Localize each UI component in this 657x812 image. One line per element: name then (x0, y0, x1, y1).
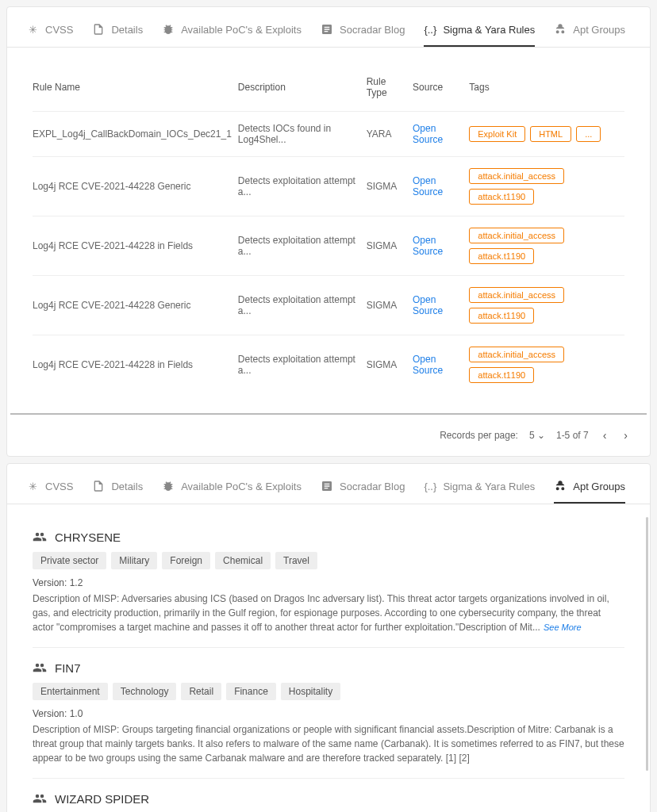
column-header[interactable]: Tags (469, 63, 624, 112)
tab-sigma[interactable]: {..}Sigma & Yara Rules (424, 473, 535, 504)
rule-tags: attack.initial_accessattack.t1190 (469, 335, 624, 395)
apt-name: WIZARD SPIDER (55, 792, 149, 806)
tag[interactable]: attack.initial_access (469, 228, 564, 243)
apt-description: Description of MISP: Groups targeting fi… (33, 722, 624, 765)
apt-version: Version: 1.0 (33, 708, 624, 719)
column-header[interactable]: Rule Type (367, 63, 413, 112)
table-row[interactable]: Log4j RCE CVE-2021-44228 in Fields Detec… (33, 335, 624, 395)
apt-description: Description of MISP: Adversaries abusing… (33, 592, 624, 634)
tab-poc[interactable]: Available PoC's & Exploits (162, 473, 302, 504)
rules-content: Rule NameDescriptionRule TypeSourceTags … (7, 48, 650, 413)
braces-icon: {..} (424, 23, 436, 36)
chevron-down-icon: ⌄ (537, 430, 545, 441)
column-header[interactable]: Rule Name (33, 63, 238, 112)
rpp-select[interactable]: 5 ⌄ (529, 430, 545, 441)
tab-blog[interactable]: Socradar Blog (321, 473, 405, 504)
apt-group: WIZARD SPIDER InsuranceFinancialHealthca… (33, 779, 624, 812)
tab-details[interactable]: Details (92, 17, 143, 47)
incognito-icon (554, 23, 567, 36)
tag[interactable]: Exploit Kit (469, 126, 525, 142)
apt-panel: ✳CVSS Details Available PoC's & Exploits… (6, 463, 651, 812)
table-row[interactable]: EXPL_Log4j_CallBackDomain_IOCs_Dec21_1 D… (33, 112, 624, 157)
next-page-button[interactable]: › (620, 426, 631, 445)
tag[interactable]: Retail (181, 683, 221, 700)
group-icon (33, 530, 47, 544)
tag[interactable]: ... (576, 126, 601, 142)
tag[interactable]: Hospitality (281, 683, 340, 700)
tag[interactable]: Technology (113, 683, 177, 700)
rule-name: Log4j RCE CVE-2021-44228 in Fields (33, 335, 238, 395)
tab-cvss[interactable]: ✳CVSS (26, 473, 73, 504)
tab-sigma[interactable]: {..}Sigma & Yara Rules (424, 17, 535, 47)
rule-name: EXPL_Log4j_CallBackDomain_IOCs_Dec21_1 (33, 112, 238, 157)
apt-tags: Private sectorMilitaryForeignChemicalTra… (33, 552, 624, 569)
tag[interactable]: attack.t1190 (469, 367, 534, 383)
tag[interactable]: attack.t1190 (469, 308, 534, 324)
apt-content: CHRYSENE Private sectorMilitaryForeignCh… (7, 504, 650, 812)
rule-tags: Exploit KitHTML... (469, 112, 624, 157)
tab-blog[interactable]: Socradar Blog (321, 17, 405, 47)
rules-table: Rule NameDescriptionRule TypeSourceTags … (33, 63, 624, 394)
rule-source[interactable]: Open Source (413, 335, 469, 395)
rule-source[interactable]: Open Source (413, 112, 469, 157)
article-icon (321, 480, 333, 492)
tag[interactable]: attack.initial_access (469, 168, 564, 184)
rule-tags: attack.initial_accessattack.t1190 (469, 157, 624, 216)
rule-type: SIGMA (367, 276, 413, 335)
incognito-icon (554, 480, 567, 492)
tag[interactable]: Travel (275, 552, 317, 569)
column-header[interactable]: Source (413, 63, 469, 112)
apt-name: FIN7 (55, 661, 81, 675)
apt-group: FIN7 EntertainmentTechnologyRetailFinanc… (33, 648, 624, 779)
tag[interactable]: Military (111, 552, 157, 569)
rule-name: Log4j RCE CVE-2021-44228 in Fields (33, 216, 238, 276)
rule-desc: Detects exploitation attempt a... (238, 216, 367, 276)
apt-name: CHRYSENE (55, 530, 121, 544)
tag[interactable]: Finance (226, 683, 276, 700)
tag[interactable]: HTML (530, 126, 571, 142)
tab-poc[interactable]: Available PoC's & Exploits (162, 17, 302, 47)
pagination: Records per page: 5 ⌄ 1-5 of 7 ‹ › (10, 413, 647, 456)
article-icon (321, 23, 333, 36)
asterisk-icon: ✳ (26, 23, 39, 36)
tab-apt[interactable]: Apt Groups (554, 473, 625, 504)
scrollbar[interactable] (646, 517, 648, 771)
rule-desc: Detects exploitation attempt a... (238, 276, 367, 335)
tag[interactable]: attack.t1190 (469, 189, 534, 205)
tag[interactable]: attack.t1190 (469, 248, 534, 264)
page-range: 1-5 of 7 (556, 430, 589, 441)
tag[interactable]: attack.initial_access (469, 287, 564, 303)
tag[interactable]: Entertainment (33, 683, 108, 700)
table-row[interactable]: Log4j RCE CVE-2021-44228 in Fields Detec… (33, 216, 624, 276)
rules-panel: ✳CVSS Details Available PoC's & Exploits… (6, 6, 651, 457)
apt-tags: EntertainmentTechnologyRetailFinanceHosp… (33, 683, 624, 700)
asterisk-icon: ✳ (26, 480, 39, 492)
rule-tags: attack.initial_accessattack.t1190 (469, 276, 624, 335)
tab-apt[interactable]: Apt Groups (554, 17, 625, 47)
rpp-label: Records per page: (440, 430, 518, 441)
apt-version: Version: 1.2 (33, 577, 624, 588)
rule-desc: Detects IOCs found in Log4Shel... (238, 112, 367, 157)
rule-type: SIGMA (367, 157, 413, 216)
tag[interactable]: Foreign (162, 552, 210, 569)
tag[interactable]: attack.initial_access (469, 347, 564, 362)
rule-source[interactable]: Open Source (413, 157, 469, 216)
tag[interactable]: Chemical (215, 552, 271, 569)
rule-type: SIGMA (367, 216, 413, 276)
tab-details[interactable]: Details (92, 473, 143, 504)
bug-icon (162, 23, 175, 36)
see-more-link[interactable]: See More (544, 622, 582, 632)
rule-source[interactable]: Open Source (413, 276, 469, 335)
column-header[interactable]: Description (238, 63, 367, 112)
prev-page-button[interactable]: ‹ (600, 426, 610, 445)
tag[interactable]: Private sector (33, 552, 106, 569)
rule-tags: attack.initial_accessattack.t1190 (469, 216, 624, 276)
table-row[interactable]: Log4j RCE CVE-2021-44228 Generic Detects… (33, 276, 624, 335)
apt-group: CHRYSENE Private sectorMilitaryForeignCh… (33, 517, 624, 648)
tab-cvss[interactable]: ✳CVSS (26, 17, 73, 47)
rule-type: SIGMA (367, 335, 413, 395)
rule-source[interactable]: Open Source (413, 216, 469, 276)
group-icon (33, 661, 47, 675)
table-row[interactable]: Log4j RCE CVE-2021-44228 Generic Detects… (33, 157, 624, 216)
rule-name: Log4j RCE CVE-2021-44228 Generic (33, 157, 238, 216)
